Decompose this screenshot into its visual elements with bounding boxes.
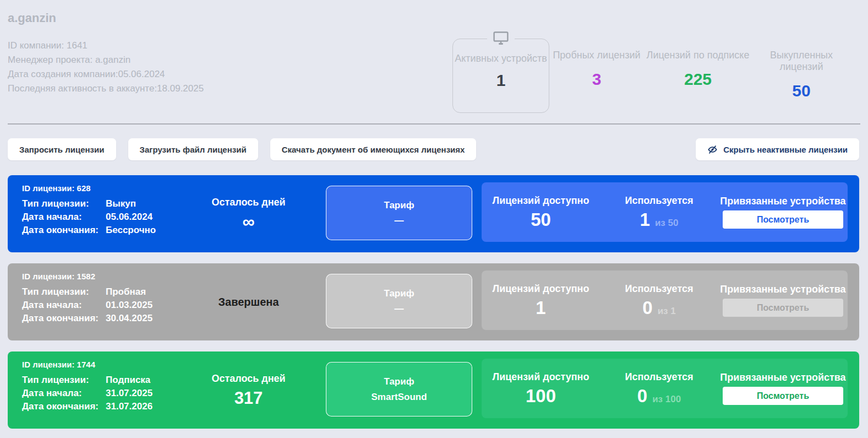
download-licenses-document-button[interactable]: Скачать документ об имеющихся лицензиях [270, 138, 477, 160]
usage-panel: Лицензий доступно 100 Используется 0из 1… [482, 359, 848, 418]
tariff-value: — [395, 304, 404, 315]
page-title: a.ganzin [8, 11, 56, 25]
status-block: Завершена [198, 263, 299, 340]
toolbar: Запросить лицензии Загрузить файл лиценз… [8, 138, 859, 160]
end-date-value: 30.04.2025 [106, 312, 152, 325]
available-value: 1 [482, 298, 600, 318]
end-date-label: Дата окончания: [22, 224, 106, 237]
used-title: Используется [600, 195, 718, 207]
company-info: ID компании: 1641 Менеджер проекта: a.ga… [8, 39, 204, 96]
license-card-subscription: ID лицензии: 1744 Тип лицензии:Подписка … [8, 352, 859, 429]
monitor-icon [487, 31, 515, 45]
license-info: Тип лицензии:Выкуп Дата начала:05.06.202… [22, 197, 156, 237]
stat-active-devices: Активных устройств 1 [452, 39, 549, 113]
days-left-value: ∞ [242, 213, 254, 231]
linked-devices: Привязанные устройства Посмотреть [718, 196, 848, 229]
available-licenses: Лицензий доступно 50 [482, 195, 600, 230]
available-value: 50 [482, 210, 600, 230]
available-title: Лицензий доступно [482, 371, 600, 383]
tariff-title: Тариф [384, 288, 414, 299]
company-id-line: ID компании: 1641 [8, 39, 204, 53]
start-date-label: Дата начала: [22, 299, 106, 312]
stat-label: Выкупленных лицензий [752, 50, 851, 73]
start-date-value: 31.07.2025 [106, 387, 152, 400]
project-manager-line: Менеджер проекта: a.ganzin [8, 53, 204, 67]
linked-devices-title: Привязанные устройства [718, 372, 848, 383]
used-licenses: Используется 0из 100 [600, 371, 718, 406]
stat-label: Пробных лицензий [549, 50, 644, 61]
used-licenses: Используется 0из 1 [600, 283, 718, 318]
license-info: Тип лицензии:Пробная Дата начала:01.03.2… [22, 285, 152, 325]
available-title: Лицензий доступно [482, 195, 600, 207]
type-label: Тип лицензии: [22, 374, 106, 387]
end-date-label: Дата окончания: [22, 312, 106, 325]
end-date-value: 31.07.2026 [106, 400, 152, 413]
view-devices-button[interactable]: Посмотреть [723, 387, 843, 405]
available-licenses: Лицензий доступно 100 [482, 371, 600, 406]
type-value: Выкуп [106, 197, 136, 210]
stat-label: Активных устройств [453, 53, 549, 64]
start-date-label: Дата начала: [22, 387, 106, 400]
status-finished: Завершена [218, 293, 279, 311]
linked-devices-title: Привязанные устройства [718, 284, 848, 295]
usage-panel: Лицензий доступно 1 Используется 0из 1 П… [482, 271, 848, 330]
view-devices-button[interactable]: Посмотреть [723, 210, 843, 229]
used-title: Используется [600, 371, 718, 383]
hide-inactive-label: Скрыть неактивные лицензии [723, 145, 848, 154]
license-dashboard: a.ganzin ID компании: 1641 Менеджер прое… [0, 0, 868, 438]
start-date-label: Дата начала: [22, 210, 106, 224]
stat-value: 50 [752, 82, 851, 100]
stats-row: Активных устройств 1 Пробных лицензий 3 … [452, 39, 851, 113]
license-card-trial: ID лицензии: 1582 Тип лицензии:Пробная Д… [8, 263, 859, 340]
start-date-value: 05.06.2024 [106, 210, 152, 224]
type-label: Тип лицензии: [22, 197, 106, 210]
used-of-total: из 1 [658, 306, 676, 317]
type-value: Подписка [106, 374, 150, 387]
available-value: 100 [482, 386, 600, 406]
license-card-buyout: ID лицензии: 628 Тип лицензии:Выкуп Дата… [8, 175, 859, 252]
used-value: 0 [637, 386, 647, 406]
available-title: Лицензий доступно [482, 283, 600, 295]
hide-inactive-licenses-button[interactable]: Скрыть неактивные лицензии [696, 138, 859, 160]
type-value: Пробная [106, 285, 146, 299]
tariff-box: Тариф SmartSound [326, 362, 472, 417]
used-licenses: Используется 1из 50 [600, 195, 718, 230]
stat-value: 225 [644, 70, 752, 89]
stat-purchased-licenses: Выкупленных лицензий 50 [752, 39, 851, 113]
tariff-box: Тариф — [326, 186, 472, 240]
days-left-block: Осталось дней 317 [198, 352, 299, 429]
license-info: Тип лицензии:Подписка Дата начала:31.07.… [22, 374, 152, 413]
used-value: 0 [642, 298, 652, 318]
last-activity-line: Последняя активность в аккаунте:18.09.20… [8, 82, 204, 96]
linked-devices-title: Привязанные устройства [718, 196, 848, 207]
used-value: 1 [640, 210, 650, 230]
company-created-line: Дата создания компании:05.06.2024 [8, 67, 204, 82]
end-date-value: Бессрочно [106, 224, 156, 237]
stat-subscription-licenses: Лицензий по подписке 225 [644, 39, 752, 113]
end-date-label: Дата окончания: [22, 400, 106, 413]
days-left-block: Осталось дней ∞ [198, 175, 299, 252]
tariff-title: Тариф [384, 376, 414, 387]
upload-license-file-button[interactable]: Загрузить файл лицензий [128, 138, 258, 160]
used-title: Используется [600, 283, 718, 295]
linked-devices: Привязанные устройства Посмотреть [718, 284, 848, 317]
request-licenses-button[interactable]: Запросить лицензии [8, 138, 116, 160]
view-devices-button: Посмотреть [723, 299, 843, 317]
eye-slash-icon [707, 144, 718, 155]
days-left-title: Осталось дней [211, 373, 285, 385]
stat-value: 3 [549, 70, 644, 89]
days-left-title: Осталось дней [211, 197, 285, 208]
available-licenses: Лицензий доступно 1 [482, 283, 600, 318]
tariff-title: Тариф [384, 200, 414, 211]
type-label: Тип лицензии: [22, 285, 106, 299]
tariff-box: Тариф — [326, 274, 472, 328]
linked-devices: Привязанные устройства Посмотреть [718, 372, 848, 405]
stat-value: 1 [453, 71, 549, 90]
stat-trial-licenses: Пробных лицензий 3 [549, 39, 644, 113]
tariff-value: — [395, 215, 404, 226]
license-id: ID лицензии: 1744 [22, 360, 95, 369]
start-date-value: 01.03.2025 [106, 299, 152, 312]
header-divider [8, 123, 860, 125]
license-id: ID лицензии: 628 [22, 183, 91, 193]
stat-label: Лицензий по подписке [644, 50, 752, 61]
